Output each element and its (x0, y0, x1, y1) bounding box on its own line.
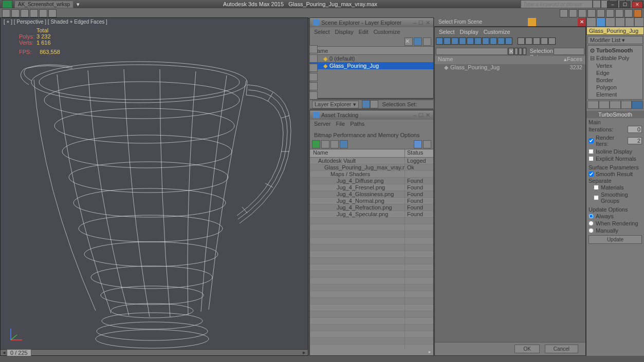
tab-motion[interactable] (615, 17, 625, 27)
tab-display[interactable] (625, 17, 635, 27)
workspace-name[interactable]: AK_Screenshot_wrksp (14, 1, 73, 8)
render-icon[interactable] (634, 9, 642, 17)
filter-helpers-icon[interactable] (309, 82, 318, 90)
f11[interactable] (518, 37, 525, 45)
align-icon[interactable] (615, 9, 623, 17)
filter-shapes-icon[interactable] (309, 54, 318, 63)
f12[interactable] (525, 37, 532, 45)
menu-select[interactable]: Select (314, 29, 330, 35)
f14[interactable] (541, 37, 548, 45)
iterations-spinner[interactable]: 0 (628, 126, 642, 133)
table-row[interactable]: Maps / Shaders (310, 171, 433, 178)
materials-check[interactable] (594, 185, 599, 190)
sort2-icon[interactable] (519, 48, 522, 55)
tab-create[interactable] (586, 17, 596, 27)
isoline-check[interactable] (588, 149, 594, 154)
undo-icon[interactable] (30, 9, 38, 17)
filter-icon[interactable]: ✕ (404, 37, 413, 46)
menu-bitmap[interactable]: Bitmap Performance and Memory Options (314, 132, 419, 138)
mirror-icon[interactable] (606, 9, 614, 17)
selection-set-input[interactable] (554, 48, 584, 55)
close-button[interactable]: ✕ (632, 1, 643, 8)
asset-title[interactable]: Asset Tracking –☐✕ (310, 110, 433, 120)
update-manual-radio[interactable] (588, 228, 594, 233)
sfs-search-input[interactable] (436, 48, 508, 55)
flat-icon[interactable] (330, 140, 339, 148)
tab-hierarchy[interactable] (605, 17, 615, 27)
maximize-icon[interactable]: ☐ (418, 112, 424, 119)
menu-edit[interactable]: Edit (359, 29, 369, 35)
view-icon[interactable] (414, 37, 422, 46)
clear-icon[interactable]: ✕ (508, 48, 514, 55)
tree-row[interactable]: ◆Glass_Pouring_Jug (310, 62, 433, 69)
show-result-icon[interactable] (599, 101, 610, 109)
sub-border[interactable]: Border (589, 77, 641, 84)
table-row[interactable]: Glass_Pouring_Jug_max_vray.maxOk (310, 164, 433, 171)
f8[interactable] (490, 37, 497, 45)
options-icon[interactable] (423, 37, 431, 46)
sort-icon[interactable] (514, 48, 518, 55)
select-icon[interactable] (560, 9, 568, 17)
scene-tree[interactable]: ◆0 (default)◆Glass_Pouring_Jug (310, 55, 433, 98)
remove-icon[interactable] (621, 101, 632, 109)
table-row[interactable]: Jug_4_Glossiness.pngFound (310, 191, 433, 198)
update-always-radio[interactable] (588, 214, 594, 219)
f15[interactable] (548, 37, 556, 45)
maximize-icon[interactable]: ☐ (418, 20, 424, 26)
update-render-radio[interactable] (588, 221, 594, 226)
open-icon[interactable] (11, 9, 20, 17)
tree-icon[interactable] (321, 140, 329, 148)
filter-geometry-icon[interactable] (309, 45, 318, 53)
tab-utilities[interactable] (634, 17, 644, 27)
make-unique-icon[interactable] (610, 101, 621, 109)
sub-polygon[interactable]: Polygon (589, 84, 641, 91)
list-item[interactable]: ◆Glass_Pouring_Jug3232 (435, 64, 585, 71)
table-row[interactable]: Jug_4_Specular.pngFound (310, 211, 433, 218)
f2[interactable] (444, 37, 451, 45)
f3[interactable] (451, 37, 458, 45)
f7[interactable] (482, 37, 489, 45)
pin-stack-icon[interactable] (587, 101, 599, 109)
new-icon[interactable] (2, 9, 10, 17)
f9[interactable] (498, 37, 505, 45)
sub-vertex[interactable]: Vertex (589, 62, 641, 69)
table-row[interactable]: Jug_4_Diffuse.pngFound (310, 178, 433, 184)
close-icon[interactable]: ✕ (578, 18, 586, 26)
ok-button[interactable]: OK (514, 345, 539, 353)
maximize-button[interactable]: ☐ (619, 1, 631, 8)
view-icon[interactable] (523, 48, 526, 55)
minimize-icon[interactable]: – (413, 20, 416, 26)
search-icon[interactable] (593, 0, 601, 8)
f6[interactable] (474, 37, 482, 45)
pin-icon[interactable] (528, 18, 536, 26)
stack-turbosmooth[interactable]: ⊙ TurboSmooth (589, 47, 641, 54)
filter-bones-icon[interactable] (309, 91, 318, 100)
explicit-normals-check[interactable] (588, 156, 594, 161)
f4[interactable] (459, 37, 466, 45)
close-icon[interactable]: ✕ (426, 20, 430, 26)
rollout-turbosmooth[interactable]: TurboSmooth (586, 111, 644, 118)
layer-icon-1[interactable] (362, 100, 370, 108)
material-icon[interactable] (624, 9, 633, 17)
rotate-icon[interactable] (578, 9, 586, 17)
move-icon[interactable] (569, 9, 577, 17)
menu-display[interactable]: Display (460, 29, 479, 35)
time-slider[interactable]: ◂ 0 / 225 ▸ (1, 349, 308, 355)
tree-row[interactable]: ◆0 (default) (310, 55, 433, 62)
col-status[interactable]: Status (404, 149, 433, 157)
redo-icon[interactable] (39, 9, 47, 17)
sub-element[interactable]: Element (589, 91, 641, 98)
f1[interactable] (436, 37, 443, 45)
filter-lights-icon[interactable] (309, 64, 318, 72)
layer-explorer-dropdown[interactable]: Layer Explorer ▾ (312, 101, 359, 108)
menu-file[interactable]: File (336, 121, 345, 127)
stack-editablepoly[interactable]: ⊟ Editable Poly (589, 54, 641, 62)
help-icon[interactable] (414, 140, 422, 148)
col-faces[interactable]: Faces (567, 56, 582, 64)
menu-customize[interactable]: Customize (374, 29, 400, 35)
viewport-perspective[interactable]: [ + ] [ Perspective ] [ Shaded + Edged F… (0, 17, 308, 356)
col-name[interactable]: Name (438, 56, 564, 64)
cancel-button[interactable]: Cancel (545, 345, 578, 353)
update-button[interactable]: Update (588, 235, 642, 244)
viewport-label[interactable]: [ + ] [ Perspective ] [ Shaded + Edged F… (4, 19, 107, 25)
